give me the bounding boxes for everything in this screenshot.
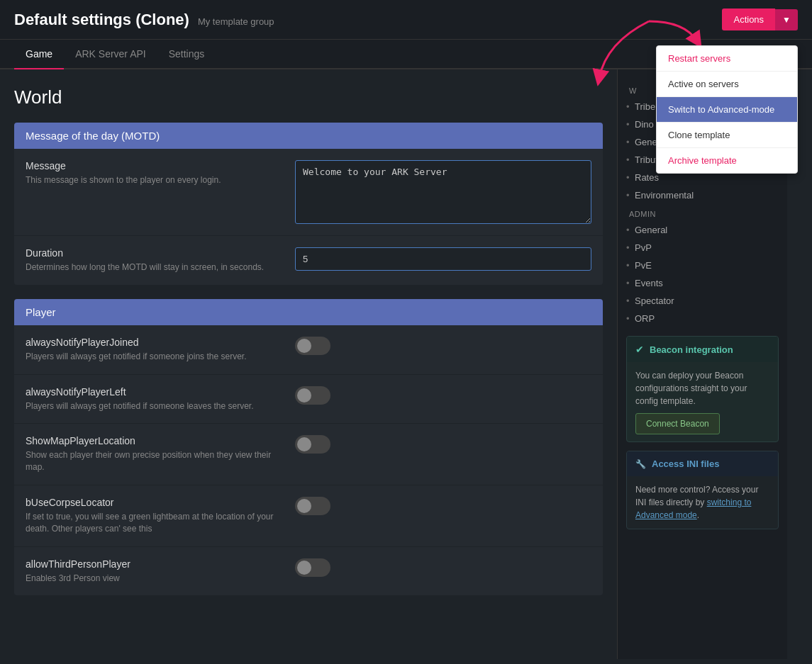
field-show-map-desc: Show each player their own precise posit… <box>26 449 281 473</box>
field-duration-desc: Determines how long the MOTD will stay i… <box>26 261 281 274</box>
field-corpse-locator: bUseCorpseLocator If set to true, you wi… <box>14 485 603 547</box>
sidebar-item-spectator[interactable]: Spectator <box>618 292 787 310</box>
section-player-header: Player <box>14 299 603 325</box>
dropdown-item-archive[interactable]: Archive template <box>657 148 797 173</box>
connect-beacon-button[interactable]: Connect Beacon <box>635 413 720 434</box>
ini-card: 🔧 Access INI files Need more control? Ac… <box>626 451 779 529</box>
field-notify-joined: alwaysNotifyPlayerJoined Players will al… <box>14 325 603 375</box>
actions-button[interactable]: Actions <box>722 9 775 30</box>
beacon-card-header: ✔ Beacon integration <box>627 337 778 362</box>
group-link[interactable]: My template group <box>198 16 274 27</box>
field-duration-label-col: Duration Determines how long the MOTD wi… <box>26 247 295 274</box>
field-message-label: Message <box>26 160 281 171</box>
field-notify-joined-label: alwaysNotifyPlayerJoined <box>26 337 281 348</box>
header: Default settings (Clone) My template gro… <box>0 0 812 40</box>
actions-dropdown-arrow[interactable]: ▼ <box>775 9 798 30</box>
sidebar-item-pvp[interactable]: PvP <box>618 239 787 257</box>
field-message-label-col: Message This message is shown to the pla… <box>26 160 295 186</box>
field-third-person: allowThirdPersonPlayer Enables 3rd Perso… <box>14 547 603 596</box>
field-notify-left-label: alwaysNotifyPlayerLeft <box>26 386 281 398</box>
ini-body-suffix: . <box>697 510 699 520</box>
field-corpse-input-col <box>295 497 591 515</box>
sidebar-admin-section: Admin <box>618 204 787 221</box>
toggle-notify-joined[interactable] <box>295 337 330 355</box>
duration-input[interactable] <box>295 247 591 271</box>
beacon-card: ✔ Beacon integration You can deploy your… <box>626 336 779 442</box>
field-third-person-input-col <box>295 558 591 577</box>
section-player-body: alwaysNotifyPlayerJoined Players will al… <box>14 325 603 596</box>
field-notify-left-label-col: alwaysNotifyPlayerLeft Players will alwa… <box>26 386 295 412</box>
message-textarea[interactable]: Welcome to your ARK Server <box>295 160 591 224</box>
field-notify-left: alwaysNotifyPlayerLeft Players will alwa… <box>14 375 603 424</box>
header-actions: Actions ▼ Restart servers Active on serv… <box>722 9 798 30</box>
field-notify-joined-label-col: alwaysNotifyPlayerJoined Players will al… <box>26 337 295 363</box>
beacon-check-icon: ✔ <box>635 344 644 355</box>
toggle-notify-left[interactable] <box>295 386 330 405</box>
dropdown-menu: Restart servers Active on servers Switch… <box>656 45 798 174</box>
toggle-show-map[interactable] <box>295 435 330 454</box>
field-duration-input-col <box>295 247 591 271</box>
dropdown-item-active[interactable]: Active on servers <box>657 72 797 97</box>
field-show-map-location: ShowMapPlayerLocation Show each player t… <box>14 424 603 485</box>
dropdown-item-advanced[interactable]: Switch to Advanced-mode <box>657 97 797 123</box>
section-motd-body: Message This message is shown to the pla… <box>14 149 603 285</box>
beacon-card-title: Beacon integration <box>650 344 733 355</box>
dropdown-item-clone[interactable]: Clone template <box>657 123 797 148</box>
field-show-map-input-col <box>295 435 591 454</box>
field-notify-left-desc: Players will always get notified if some… <box>26 400 281 412</box>
ini-card-body: Need more control? Access your INI files… <box>627 476 778 529</box>
field-corpse-label-col: bUseCorpseLocator If set to true, you wi… <box>26 497 295 535</box>
sidebar-item-orp[interactable]: ORP <box>618 310 787 327</box>
tab-ark-api[interactable]: ARK Server API <box>64 40 157 69</box>
beacon-card-body: You can deploy your Beacon configuration… <box>627 362 778 441</box>
field-duration-label: Duration <box>26 247 281 259</box>
field-show-map-label: ShowMapPlayerLocation <box>26 435 281 446</box>
page-title: World <box>14 86 603 108</box>
sidebar-item-pve[interactable]: PvE <box>618 257 787 274</box>
tab-game[interactable]: Game <box>14 40 64 69</box>
field-third-person-label-col: allowThirdPersonPlayer Enables 3rd Perso… <box>26 558 295 585</box>
ini-card-header: 🔧 Access INI files <box>627 451 778 476</box>
field-third-person-label: allowThirdPersonPlayer <box>26 558 281 570</box>
field-duration: Duration Determines how long the MOTD wi… <box>14 236 603 285</box>
field-notify-joined-desc: Players will always get notified if some… <box>26 351 281 363</box>
beacon-card-text: You can deploy your Beacon configuration… <box>635 371 747 406</box>
tab-settings[interactable]: Settings <box>157 40 216 69</box>
field-message-input-col: Welcome to your ARK Server <box>295 160 591 224</box>
section-motd-header: Message of the day (MOTD) <box>14 123 603 149</box>
dropdown-item-restart[interactable]: Restart servers <box>657 46 797 72</box>
sidebar-item-events[interactable]: Events <box>618 274 787 292</box>
field-show-map-label-col: ShowMapPlayerLocation Show each player t… <box>26 435 295 473</box>
section-motd: Message of the day (MOTD) Message This m… <box>14 123 603 285</box>
field-message: Message This message is shown to the pla… <box>14 149 603 236</box>
field-corpse-desc: If set to true, you will see a green lig… <box>26 511 281 535</box>
toggle-third-person[interactable] <box>295 558 330 577</box>
sidebar-item-environmental[interactable]: Environmental <box>618 186 787 204</box>
header-left: Default settings (Clone) My template gro… <box>14 11 274 29</box>
field-message-desc: This message is shown to the player on e… <box>26 174 281 186</box>
ini-card-title: Access INI files <box>652 458 719 469</box>
section-player: Player alwaysNotifyPlayerJoined Players … <box>14 299 603 596</box>
field-notify-joined-input-col <box>295 337 591 355</box>
field-corpse-label: bUseCorpseLocator <box>26 497 281 508</box>
page-header-title: Default settings (Clone) <box>14 11 189 29</box>
wrench-icon: 🔧 <box>635 459 646 469</box>
field-notify-left-input-col <box>295 386 591 405</box>
toggle-corpse[interactable] <box>295 497 330 515</box>
field-third-person-desc: Enables 3rd Person view <box>26 573 281 585</box>
sidebar-item-general-admin[interactable]: General <box>618 221 787 239</box>
main-content: World Message of the day (MOTD) Message … <box>0 69 617 659</box>
